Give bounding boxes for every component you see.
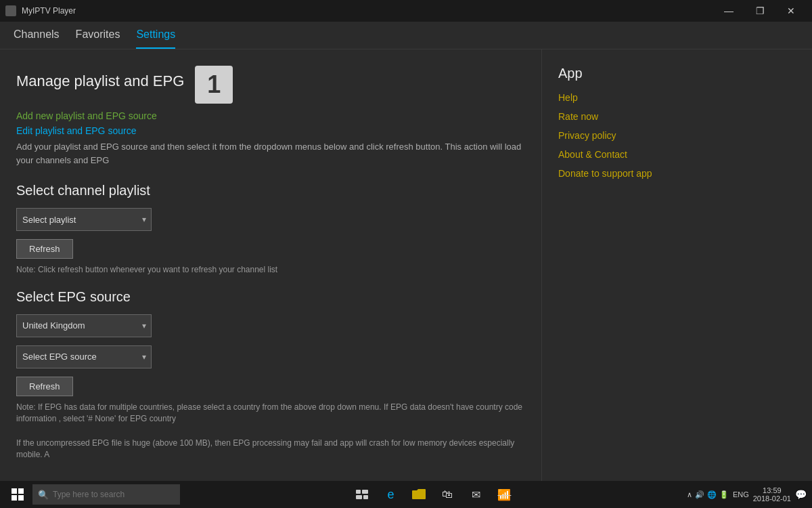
svg-rect-2 [12, 495, 17, 501]
close-button[interactable]: ✕ [775, 0, 807, 22]
store-icon[interactable]: 🛍 [435, 482, 459, 507]
maximize-button[interactable]: ❐ [744, 0, 775, 22]
right-panel: App Help Rate now Privacy policy About &… [541, 49, 812, 481]
title-bar: MyIPTV Player — ❐ ✕ [0, 0, 812, 22]
title-bar-left: MyIPTV Player [5, 5, 76, 16]
search-input[interactable] [53, 490, 175, 499]
main-content: Manage playlist and EPG 1 Add new playli… [0, 49, 812, 481]
tray-icons: ∧ 🔊 🌐 🔋 [687, 490, 729, 499]
country-dropdown-wrapper: United Kingdom # None USA ▾ [16, 314, 152, 337]
manage-title: Manage playlist and EPG [16, 72, 184, 90]
epg-section-title: Select EPG source [16, 289, 525, 305]
privacy-link[interactable]: Privacy policy [558, 130, 796, 141]
notification-icon[interactable]: 💬 [795, 489, 807, 500]
playlist-note: Note: Click refresh button whenever you … [16, 264, 525, 276]
edit-playlist-link[interactable]: Edit playlist and EPG source [16, 125, 525, 136]
app-icon [5, 5, 16, 16]
playlist-dropdown-wrapper: Select playlist ▾ [16, 208, 152, 231]
epg-source-dropdown[interactable]: Select EPG source [16, 345, 152, 368]
refresh-epg-button[interactable]: Refresh [16, 377, 73, 396]
wifi-off-icon[interactable]: 📶 [492, 482, 516, 507]
search-box[interactable]: 🔍 [32, 484, 180, 505]
chevron-up-icon[interactable]: ∧ [687, 490, 692, 499]
speaker-icon[interactable]: 🔊 [695, 490, 704, 499]
tab-favorites[interactable]: Favorites [76, 28, 120, 49]
channel-playlist-section: Select channel playlist Select playlist … [16, 183, 525, 276]
tab-channels[interactable]: Channels [14, 28, 60, 49]
mail-icon[interactable]: ✉ [464, 482, 488, 507]
epg-section: Select EPG source United Kingdom # None … [16, 289, 525, 461]
task-view-button[interactable] [350, 482, 374, 507]
taskbar-right: ∧ 🔊 🌐 🔋 ENG 13:59 2018-02-01 💬 [687, 486, 807, 503]
date-display: 2018-02-01 [753, 494, 791, 503]
donate-link[interactable]: Donate to support app [558, 168, 796, 179]
svg-rect-6 [356, 495, 362, 499]
edge-icon[interactable]: e [378, 482, 403, 507]
tab-settings[interactable]: Settings [136, 28, 175, 49]
language-label: ENG [733, 490, 749, 499]
svg-rect-5 [362, 490, 368, 494]
epg-note-1: Note: If EPG has data for multiple count… [16, 402, 525, 425]
taskbar-left: 🔍 [5, 482, 180, 507]
svg-rect-3 [18, 495, 24, 501]
svg-rect-7 [363, 495, 368, 499]
taskbar-center: e 🛍 ✉ 📶 [350, 482, 516, 507]
country-dropdown[interactable]: United Kingdom # None USA [16, 314, 152, 337]
svg-rect-1 [18, 488, 24, 494]
window-controls: — ❐ ✕ [713, 0, 807, 22]
battery-icon[interactable]: 🔋 [719, 490, 729, 499]
window-title: MyIPTV Player [22, 6, 76, 16]
description-text: Add your playlist and EPG source and the… [16, 140, 525, 167]
taskbar: 🔍 e 🛍 ✉ 📶 ∧ 🔊 🌐 🔋 ENG [0, 481, 812, 508]
svg-rect-0 [12, 488, 17, 494]
start-button[interactable] [5, 482, 30, 507]
rate-link[interactable]: Rate now [558, 111, 796, 122]
manage-header: Manage playlist and EPG 1 [16, 66, 525, 104]
channel-section-title: Select channel playlist [16, 183, 525, 198]
left-panel: Manage playlist and EPG 1 Add new playli… [0, 49, 541, 481]
playlist-dropdown[interactable]: Select playlist [16, 208, 152, 231]
help-link[interactable]: Help [558, 92, 796, 103]
minimize-button[interactable]: — [713, 0, 744, 22]
app-section-title: App [558, 66, 796, 81]
epg-source-dropdown-wrapper: Select EPG source ▾ [16, 345, 152, 368]
network-icon[interactable]: 🌐 [707, 490, 717, 499]
refresh-playlist-button[interactable]: Refresh [16, 239, 73, 259]
search-icon: 🔍 [38, 490, 49, 500]
step-badge: 1 [195, 66, 233, 104]
nav-bar: Channels Favorites Settings [0, 22, 812, 49]
add-playlist-link[interactable]: Add new playlist and EPG source [16, 110, 525, 121]
clock: 13:59 [753, 486, 791, 494]
svg-rect-4 [356, 490, 361, 494]
folder-icon[interactable] [407, 482, 431, 507]
about-link[interactable]: About & Contact [558, 149, 796, 160]
epg-note-2: If the uncompressed EPG file is huge (ab… [16, 438, 525, 461]
time-display: 13:59 2018-02-01 [753, 486, 791, 503]
